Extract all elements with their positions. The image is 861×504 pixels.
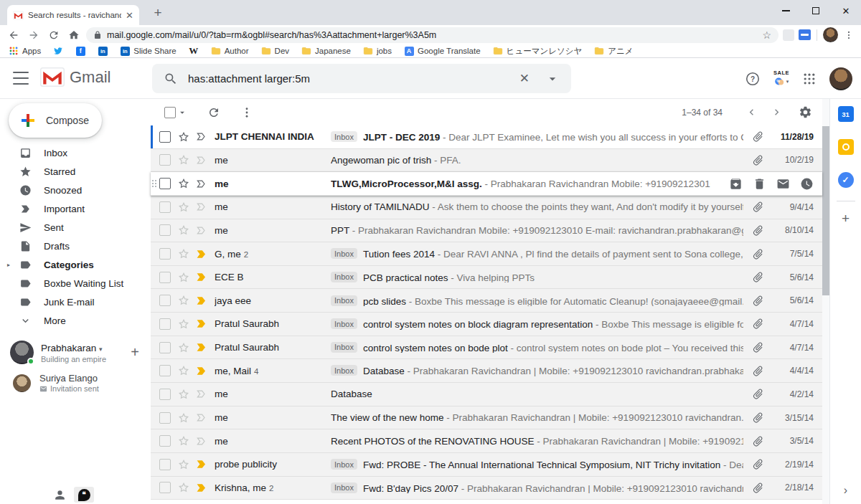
- bookmark-item[interactable]: inSlide Share: [120, 46, 176, 56]
- email-row[interactable]: Pratul SaurabhInboxcontrol system notes …: [151, 313, 822, 336]
- importance-marker-icon[interactable]: [194, 481, 208, 495]
- star-icon[interactable]: [177, 177, 190, 190]
- get-addons-icon[interactable]: +: [842, 211, 850, 225]
- bookmark-item[interactable]: in: [98, 46, 108, 56]
- bookmark-item[interactable]: アニメ: [594, 46, 633, 57]
- bookmark-item[interactable]: Apps: [9, 46, 41, 56]
- settings-gear-icon[interactable]: [799, 105, 812, 119]
- inbox-label-badge[interactable]: Inbox: [331, 131, 357, 142]
- star-icon[interactable]: [177, 153, 190, 166]
- inbox-label-badge[interactable]: Inbox: [331, 482, 357, 493]
- archive-icon[interactable]: [729, 177, 743, 191]
- mail-search-bar[interactable]: ✕: [152, 64, 571, 93]
- forward-button-icon[interactable]: [26, 27, 42, 43]
- star-icon[interactable]: [177, 364, 190, 377]
- bookmark-item[interactable]: Author: [211, 46, 249, 56]
- email-checkbox[interactable]: [159, 389, 171, 400]
- importance-marker-icon[interactable]: [194, 457, 208, 471]
- bookmark-item[interactable]: [53, 46, 63, 56]
- email-checkbox[interactable]: [159, 224, 171, 236]
- email-row[interactable]: ECE BInboxPCB practical notes - Viva hel…: [151, 266, 822, 290]
- snooze-icon[interactable]: [800, 177, 814, 191]
- contacts-tab-icon[interactable]: [53, 488, 67, 502]
- email-row[interactable]: meTLWG,MicroProcessor,M&I assg. - Prabha…: [151, 172, 822, 196]
- inbox-label-badge[interactable]: Inbox: [331, 295, 357, 306]
- sidebar-item-more[interactable]: More: [0, 311, 151, 330]
- back-button-icon[interactable]: [6, 27, 22, 43]
- email-row[interactable]: me, Mail4InboxDatabase - Prabhakaran Rav…: [151, 359, 822, 383]
- home-button-icon[interactable]: [66, 27, 82, 43]
- profile-avatar[interactable]: [10, 341, 34, 364]
- importance-marker-icon[interactable]: [194, 434, 208, 448]
- main-menu-icon[interactable]: [11, 70, 30, 87]
- gmail-logo[interactable]: Gmail: [40, 67, 110, 87]
- refresh-list-icon[interactable]: [207, 106, 220, 119]
- star-icon[interactable]: [177, 247, 190, 260]
- extension-icon[interactable]: [799, 29, 811, 40]
- importance-marker-icon[interactable]: [194, 200, 208, 214]
- email-checkbox[interactable]: [159, 178, 171, 189]
- email-row[interactable]: meAngewoman pic of trish - PFA.10/2/19: [151, 149, 822, 173]
- refresh-button-icon[interactable]: [46, 27, 62, 43]
- sidebar-item-junk-e-mail[interactable]: Junk E-mail: [0, 293, 151, 311]
- star-icon[interactable]: [177, 388, 190, 401]
- inbox-label-badge[interactable]: Inbox: [331, 248, 357, 259]
- email-checkbox[interactable]: [159, 154, 171, 166]
- sidebar-item-inbox[interactable]: Inbox: [0, 143, 151, 162]
- browser-tab[interactable]: Search results - ravichandran.pra ✕: [7, 5, 139, 25]
- email-row[interactable]: meHistory of TAMILNADU - Ask them to cho…: [151, 196, 822, 219]
- star-icon[interactable]: [177, 294, 190, 307]
- select-all-checkbox[interactable]: [164, 107, 176, 118]
- importance-marker-icon[interactable]: [194, 294, 208, 308]
- hangouts-tab[interactable]: ❝: [74, 487, 94, 503]
- email-checkbox[interactable]: [159, 272, 171, 283]
- tasks-icon[interactable]: ✓: [838, 172, 854, 188]
- window-maximize-button[interactable]: [801, 0, 831, 22]
- star-icon[interactable]: [177, 458, 190, 471]
- importance-marker-icon[interactable]: [194, 270, 208, 284]
- email-row[interactable]: jaya eeeInboxpcb slides - Boxbe This mes…: [151, 289, 822, 313]
- window-close-button[interactable]: ✕: [831, 0, 861, 22]
- importance-marker-icon[interactable]: [194, 317, 208, 331]
- new-conversation-icon[interactable]: +: [128, 344, 142, 361]
- email-checkbox[interactable]: [159, 342, 171, 353]
- star-icon[interactable]: [177, 481, 190, 494]
- email-row[interactable]: G, me2InboxTution fees 2014 - Dear RAVI …: [151, 242, 822, 266]
- new-tab-button[interactable]: +: [148, 4, 168, 22]
- window-minimize-button[interactable]: [771, 0, 801, 22]
- email-row[interactable]: meThe view of the new home - Prabhakaran…: [151, 406, 822, 430]
- email-checkbox[interactable]: [159, 459, 171, 470]
- drag-handle-icon[interactable]: [152, 180, 156, 187]
- star-icon[interactable]: [177, 341, 190, 354]
- keep-icon[interactable]: [838, 139, 854, 155]
- newer-page-icon[interactable]: [745, 106, 758, 118]
- scrollbar-thumb[interactable]: [822, 126, 829, 295]
- star-icon[interactable]: [177, 224, 190, 237]
- search-options-caret-icon[interactable]: [545, 72, 560, 86]
- bookmark-item[interactable]: Dev: [261, 46, 289, 56]
- sidebar-item-important[interactable]: Important: [0, 199, 151, 218]
- browser-menu-icon[interactable]: [842, 29, 855, 42]
- list-scrollbar[interactable]: [822, 99, 829, 504]
- bookmark-star-icon[interactable]: ☆: [762, 29, 771, 41]
- inbox-label-badge[interactable]: Inbox: [331, 342, 357, 353]
- collapse-panel-chevron-icon[interactable]: ›: [830, 484, 861, 497]
- importance-marker-icon[interactable]: [194, 247, 208, 261]
- mark-as-read-icon[interactable]: [776, 177, 790, 191]
- select-caret-icon[interactable]: [177, 108, 187, 118]
- star-icon[interactable]: [177, 318, 190, 331]
- profile-caret-icon[interactable]: ▾: [99, 346, 103, 353]
- importance-marker-icon[interactable]: [194, 130, 208, 143]
- importance-marker-icon[interactable]: [194, 364, 208, 378]
- email-checkbox[interactable]: [159, 435, 171, 447]
- sidebar-item-starred[interactable]: Starred: [0, 162, 151, 181]
- email-row[interactable]: Pratul SaurabhInboxcontrol system notes …: [151, 336, 822, 360]
- expand-arrow-icon[interactable]: ▸: [7, 262, 10, 268]
- sidebar-item-snoozed[interactable]: Snoozed: [0, 181, 151, 199]
- email-checkbox[interactable]: [159, 295, 171, 306]
- bookmark-item[interactable]: AGoogle Translate: [404, 46, 481, 56]
- email-checkbox[interactable]: [159, 482, 171, 493]
- bookmark-item[interactable]: f: [75, 46, 85, 56]
- more-options-icon[interactable]: [240, 106, 253, 119]
- bookmark-item[interactable]: jobs: [363, 46, 392, 56]
